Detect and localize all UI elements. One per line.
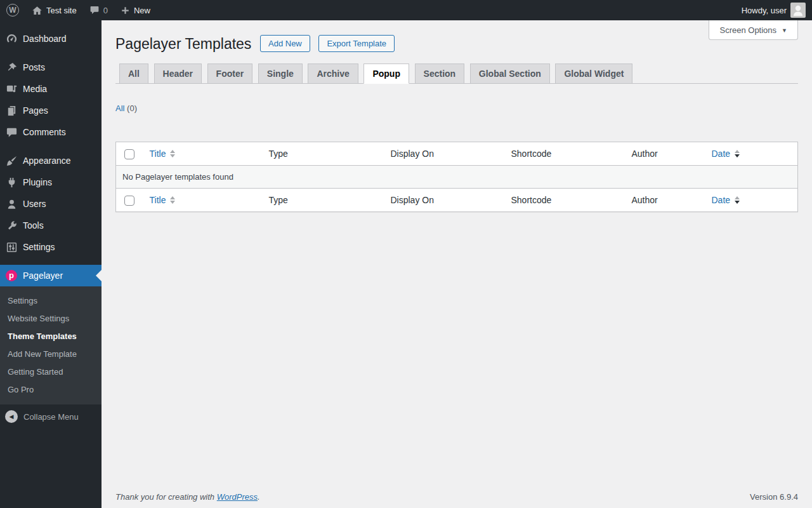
submenu-item-website-settings[interactable]: Website Settings [0,309,102,327]
sidebar-item-dashboard[interactable]: Dashboard [0,28,102,50]
sidebar-item-pagelayer[interactable]: p Pagelayer [0,265,102,286]
select-all-checkbox-bottom[interactable] [124,196,134,206]
tab-archive[interactable]: Archive [308,64,358,84]
sidebar-item-label: Appearance [23,156,71,166]
comment-icon [5,126,18,138]
sidebar-item-label: Plugins [23,177,52,187]
comments-count: 0 [103,6,108,15]
sidebar-item-appearance[interactable]: Appearance [0,150,102,171]
sidebar-item-comments[interactable]: Comments [0,121,102,143]
wrench-icon [5,219,18,232]
column-header-date: Date [712,149,731,159]
admin-bar-my-account[interactable]: Howdy, user [735,0,812,20]
wp-logo-menu[interactable]: W [0,0,25,20]
sidebar-item-label: Dashboard [23,34,67,44]
column-header-author: Author [625,142,705,166]
dashboard-icon [5,32,18,45]
sidebar-item-label: Comments [23,127,66,137]
submenu-label: Theme Templates [8,331,77,341]
column-header-title: Title [150,195,166,205]
pagelayer-icon: p [5,269,18,282]
user-icon [5,197,18,210]
tab-global-section[interactable]: Global Section [470,64,550,84]
submenu-label: Settings [8,296,37,305]
howdy-label: Howdy, user [742,6,787,15]
sort-arrows-icon [170,150,175,157]
site-name-label: Test site [46,6,77,15]
filter-all-count: (0) [127,104,137,113]
select-all-checkbox[interactable] [124,149,134,159]
collapse-menu-label: Collapse Menu [23,412,79,422]
admin-bar-new[interactable]: New [114,0,157,20]
submenu-item-settings[interactable]: Settings [0,291,102,309]
plus-icon [121,6,130,15]
table-footer-row: Title Type Display On Shortcode Author D… [116,189,798,212]
templates-table: Title Type Display On Shortcode Author D… [115,142,798,212]
collapse-arrow-icon: ◀ [5,410,18,423]
empty-table-row: No Pagelayer templates found [116,166,798,189]
empty-message: No Pagelayer templates found [116,166,798,189]
collapse-menu-button[interactable]: ◀ Collapse Menu [0,406,102,427]
site-name-link[interactable]: Test site [25,0,83,20]
sort-by-title[interactable]: Title [150,149,176,159]
sort-by-date-bottom[interactable]: Date [712,195,740,205]
sort-by-date[interactable]: Date [712,149,740,159]
sidebar-item-settings[interactable]: Settings [0,236,102,258]
export-template-button[interactable]: Export Template [318,35,395,52]
submenu-item-getting-started[interactable]: Getting Started [0,363,102,380]
column-header-display-on: Display On [384,189,505,212]
menu-separator [0,50,102,57]
media-icon [5,83,18,95]
column-header-date: Date [712,195,731,205]
footer-thanks-text: Thank you for creating with [115,492,217,502]
tab-footer[interactable]: Footer [207,64,253,84]
sort-by-title-bottom[interactable]: Title [150,195,176,205]
table-header-row: Title Type Display On Shortcode Author D… [116,142,798,166]
admin-menu: Dashboard Posts Media Pages Comments [0,20,102,508]
tab-popup[interactable]: Popup [363,64,409,84]
submenu-item-add-new-template[interactable]: Add New Template [0,345,102,363]
tab-single[interactable]: Single [258,64,303,84]
sidebar-item-users[interactable]: Users [0,193,102,215]
admin-footer: Thank you for creating with WordPress. V… [115,492,798,502]
sidebar-item-label: Posts [23,62,45,72]
column-header-shortcode: Shortcode [505,189,625,212]
sort-arrows-icon [170,196,175,204]
add-new-button[interactable]: Add New [260,35,310,52]
wordpress-logo-icon: W [6,4,19,17]
sidebar-item-posts[interactable]: Posts [0,57,102,78]
sidebar-item-pages[interactable]: Pages [0,100,102,121]
footer-thanks-period: . [258,492,260,502]
sidebar-item-media[interactable]: Media [0,78,102,100]
sort-arrows-icon [735,196,740,204]
sidebar-item-label: Tools [23,220,44,231]
main-content: Screen Options ▼ Pagelayer Templates Add… [102,20,812,508]
tab-global-widget[interactable]: Global Widget [555,64,632,84]
avatar [790,3,806,18]
sidebar-item-tools[interactable]: Tools [0,215,102,236]
column-header-display-on: Display On [384,142,505,166]
sidebar-item-plugins[interactable]: Plugins [0,171,102,193]
footer-thanks: Thank you for creating with WordPress. [115,492,260,502]
tab-all[interactable]: All [119,64,148,84]
tab-section[interactable]: Section [415,64,465,84]
comments-bubble-icon [89,5,100,15]
submenu-label: Getting Started [8,367,63,377]
settings-sliders-icon [5,241,18,253]
footer-version: Version 6.9.4 [750,492,798,502]
sort-arrows-icon [735,150,740,157]
submenu-item-theme-templates[interactable]: Theme Templates [0,327,102,345]
menu-separator [0,143,102,150]
admin-bar-comments[interactable]: 0 [83,0,114,20]
column-header-title: Title [150,149,166,159]
pages-icon [5,104,18,117]
tab-header[interactable]: Header [154,64,202,84]
sidebar-item-label: Media [23,84,47,94]
new-label: New [134,6,150,15]
wordpress-link[interactable]: WordPress [217,492,258,502]
pagelayer-submenu: Settings Website Settings Theme Template… [0,286,102,404]
paintbrush-icon [5,154,18,167]
sidebar-item-label: Pages [23,105,48,116]
filter-all-link[interactable]: All [115,104,124,113]
submenu-item-go-pro[interactable]: Go Pro [0,380,102,398]
